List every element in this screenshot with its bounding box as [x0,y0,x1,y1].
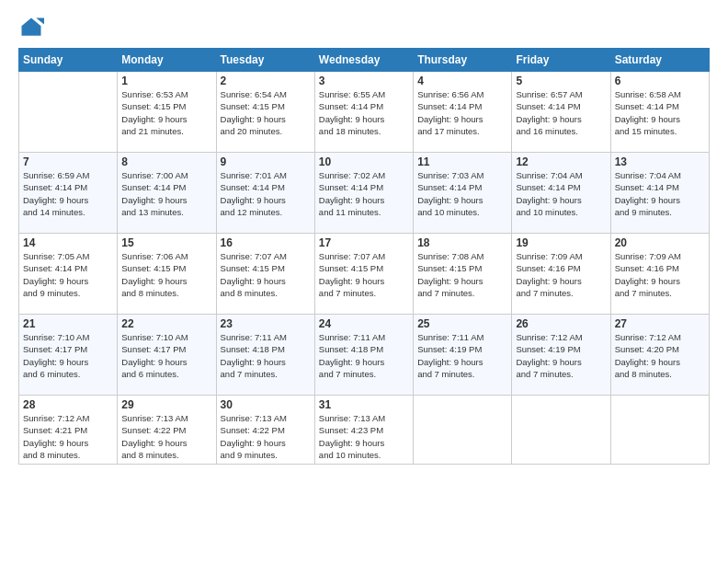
logo-icon [18,15,44,40]
calendar-cell: 17Sunrise: 7:07 AM Sunset: 4:15 PM Dayli… [314,234,413,315]
day-info: Sunrise: 7:04 AM Sunset: 4:14 PM Dayligh… [615,169,705,218]
day-number: 28 [23,398,113,411]
day-number: 10 [319,155,409,168]
calendar-cell [512,396,610,465]
day-info: Sunrise: 7:10 AM Sunset: 4:17 PM Dayligh… [23,331,113,380]
day-info: Sunrise: 6:59 AM Sunset: 4:14 PM Dayligh… [23,169,113,218]
calendar-body: 1Sunrise: 6:53 AM Sunset: 4:15 PM Daylig… [19,72,710,465]
day-number: 17 [319,236,409,249]
day-info: Sunrise: 7:01 AM Sunset: 4:14 PM Dayligh… [221,169,311,218]
weekday-header: Friday [512,49,610,72]
day-info: Sunrise: 7:12 AM Sunset: 4:20 PM Dayligh… [615,331,705,380]
calendar-cell: 14Sunrise: 7:05 AM Sunset: 4:14 PM Dayli… [19,234,118,315]
calendar-cell: 22Sunrise: 7:10 AM Sunset: 4:17 PM Dayli… [118,315,216,396]
day-info: Sunrise: 7:08 AM Sunset: 4:15 PM Dayligh… [417,250,507,299]
day-info: Sunrise: 7:11 AM Sunset: 4:19 PM Dayligh… [417,331,507,380]
header [18,15,710,40]
day-number: 11 [417,155,507,168]
day-info: Sunrise: 7:11 AM Sunset: 4:18 PM Dayligh… [221,331,311,380]
day-number: 26 [516,317,606,330]
day-number: 30 [221,398,311,411]
calendar-cell: 12Sunrise: 7:04 AM Sunset: 4:14 PM Dayli… [512,153,610,234]
day-info: Sunrise: 6:57 AM Sunset: 4:14 PM Dayligh… [516,88,606,137]
calendar-cell: 2Sunrise: 6:54 AM Sunset: 4:15 PM Daylig… [216,72,314,153]
day-number: 14 [23,236,113,249]
calendar-cell: 16Sunrise: 7:07 AM Sunset: 4:15 PM Dayli… [216,234,314,315]
day-info: Sunrise: 7:13 AM Sunset: 4:22 PM Dayligh… [221,412,311,461]
day-number: 2 [221,75,311,87]
day-number: 1 [121,75,211,87]
day-info: Sunrise: 7:13 AM Sunset: 4:23 PM Dayligh… [319,412,409,461]
calendar-cell: 28Sunrise: 7:12 AM Sunset: 4:21 PM Dayli… [19,396,118,465]
calendar-cell: 20Sunrise: 7:09 AM Sunset: 4:16 PM Dayli… [610,234,709,315]
day-number: 12 [516,155,606,168]
day-number: 9 [221,155,311,168]
weekday-header: Tuesday [216,49,314,72]
calendar-cell: 27Sunrise: 7:12 AM Sunset: 4:20 PM Dayli… [610,315,709,396]
weekday-header: Wednesday [314,49,413,72]
day-info: Sunrise: 7:07 AM Sunset: 4:15 PM Dayligh… [221,250,311,299]
calendar-cell: 9Sunrise: 7:01 AM Sunset: 4:14 PM Daylig… [216,153,314,234]
calendar-cell: 29Sunrise: 7:13 AM Sunset: 4:22 PM Dayli… [118,396,216,465]
day-info: Sunrise: 6:54 AM Sunset: 4:15 PM Dayligh… [221,88,311,137]
day-info: Sunrise: 7:07 AM Sunset: 4:15 PM Dayligh… [319,250,409,299]
day-number: 18 [417,236,507,249]
day-info: Sunrise: 7:06 AM Sunset: 4:15 PM Dayligh… [121,250,211,299]
calendar-cell: 5Sunrise: 6:57 AM Sunset: 4:14 PM Daylig… [512,72,610,153]
day-number: 6 [615,75,705,87]
day-number: 3 [319,75,409,87]
day-number: 22 [121,317,211,330]
day-info: Sunrise: 6:56 AM Sunset: 4:14 PM Dayligh… [417,88,507,137]
svg-marker-0 [22,18,41,36]
day-number: 23 [221,317,311,330]
calendar: SundayMondayTuesdayWednesdayThursdayFrid… [18,48,710,465]
day-info: Sunrise: 6:53 AM Sunset: 4:15 PM Dayligh… [121,88,211,137]
calendar-cell: 31Sunrise: 7:13 AM Sunset: 4:23 PM Dayli… [314,396,413,465]
page: SundayMondayTuesdayWednesdayThursdayFrid… [0,0,728,563]
day-info: Sunrise: 7:02 AM Sunset: 4:14 PM Dayligh… [319,169,409,218]
day-number: 21 [23,317,113,330]
day-info: Sunrise: 7:00 AM Sunset: 4:14 PM Dayligh… [121,169,211,218]
calendar-cell: 21Sunrise: 7:10 AM Sunset: 4:17 PM Dayli… [19,315,118,396]
weekday-header: Monday [118,49,216,72]
calendar-cell: 23Sunrise: 7:11 AM Sunset: 4:18 PM Dayli… [216,315,314,396]
day-info: Sunrise: 7:13 AM Sunset: 4:22 PM Dayligh… [121,412,211,461]
day-info: Sunrise: 6:55 AM Sunset: 4:14 PM Dayligh… [319,88,409,137]
calendar-cell: 18Sunrise: 7:08 AM Sunset: 4:15 PM Dayli… [414,234,512,315]
day-number: 20 [615,236,705,249]
day-info: Sunrise: 7:03 AM Sunset: 4:14 PM Dayligh… [417,169,507,218]
calendar-cell: 7Sunrise: 6:59 AM Sunset: 4:14 PM Daylig… [19,153,118,234]
calendar-cell [19,72,118,153]
calendar-cell: 4Sunrise: 6:56 AM Sunset: 4:14 PM Daylig… [414,72,512,153]
day-info: Sunrise: 7:04 AM Sunset: 4:14 PM Dayligh… [516,169,606,218]
day-number: 24 [319,317,409,330]
day-number: 5 [516,75,606,87]
calendar-cell [414,396,512,465]
logo [18,15,48,40]
calendar-cell: 19Sunrise: 7:09 AM Sunset: 4:16 PM Dayli… [512,234,610,315]
calendar-cell: 26Sunrise: 7:12 AM Sunset: 4:19 PM Dayli… [512,315,610,396]
day-number: 31 [319,398,409,411]
day-number: 13 [615,155,705,168]
calendar-cell: 1Sunrise: 6:53 AM Sunset: 4:15 PM Daylig… [118,72,216,153]
calendar-cell: 30Sunrise: 7:13 AM Sunset: 4:22 PM Dayli… [216,396,314,465]
calendar-cell: 10Sunrise: 7:02 AM Sunset: 4:14 PM Dayli… [314,153,413,234]
day-number: 25 [417,317,507,330]
calendar-cell: 25Sunrise: 7:11 AM Sunset: 4:19 PM Dayli… [414,315,512,396]
day-number: 16 [221,236,311,249]
day-info: Sunrise: 7:11 AM Sunset: 4:18 PM Dayligh… [319,331,409,380]
day-number: 7 [23,155,113,168]
calendar-cell: 13Sunrise: 7:04 AM Sunset: 4:14 PM Dayli… [610,153,709,234]
weekday-header: Saturday [610,49,709,72]
day-info: Sunrise: 6:58 AM Sunset: 4:14 PM Dayligh… [615,88,705,137]
day-info: Sunrise: 7:05 AM Sunset: 4:14 PM Dayligh… [23,250,113,299]
day-info: Sunrise: 7:10 AM Sunset: 4:17 PM Dayligh… [121,331,211,380]
weekday-header: Sunday [19,49,118,72]
calendar-cell [610,396,709,465]
calendar-cell: 24Sunrise: 7:11 AM Sunset: 4:18 PM Dayli… [314,315,413,396]
calendar-cell: 8Sunrise: 7:00 AM Sunset: 4:14 PM Daylig… [118,153,216,234]
calendar-cell: 6Sunrise: 6:58 AM Sunset: 4:14 PM Daylig… [610,72,709,153]
calendar-cell: 3Sunrise: 6:55 AM Sunset: 4:14 PM Daylig… [314,72,413,153]
day-info: Sunrise: 7:12 AM Sunset: 4:21 PM Dayligh… [23,412,113,461]
day-number: 15 [121,236,211,249]
